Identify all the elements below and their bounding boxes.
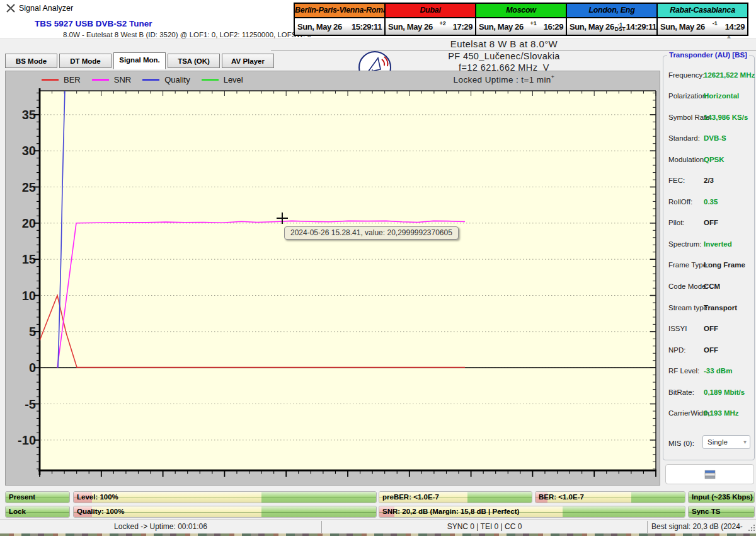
field-label: ISSYI (668, 322, 687, 335)
site-name: PF 450_Lučenec/Slovakia (353, 51, 655, 61)
field-label: Frame Type: (668, 259, 709, 271)
tab-signal-mon-[interactable]: Signal Mon. (113, 52, 166, 69)
y-tick-label: 30 (22, 144, 36, 158)
field-value: CCM (704, 280, 720, 293)
bar-label: Quality: 100% (77, 506, 124, 517)
bar-label: Input (~235 Kbps) (692, 492, 753, 503)
tab-tsa-ok-[interactable]: TSA (OK) (168, 54, 220, 68)
transponder-field-7: Pilot:OFF (663, 216, 755, 229)
transponder-field-3: Standard:DVB-S (663, 132, 755, 144)
transponder-list-button[interactable] (665, 464, 754, 484)
legend-swatch-ber (42, 79, 59, 81)
tab-dt-mode[interactable]: DT Mode (59, 54, 112, 68)
legend-label: BER (64, 75, 81, 84)
tuner-name: TBS 5927 USB DVB-S2 Tuner (35, 19, 152, 28)
world-clocks: Berlin-Paris-Vienna-RomaSun, May 2615:29… (294, 3, 748, 36)
clock-date: Sun, May 26 (388, 22, 433, 32)
indicator-present: Present (5, 491, 70, 503)
clock-city: Moscow (476, 4, 566, 18)
clock-0: Berlin-Paris-Vienna-RomaSun, May 2615:29… (294, 3, 386, 36)
transponder-field-15: BitRate:0,189 Mbit/s (663, 386, 755, 399)
field-label: RollOff: (668, 195, 692, 208)
field-value: OFF (704, 344, 718, 356)
bar-label: Present (9, 492, 35, 503)
transponder-field-13: NPD:OFF (663, 344, 755, 356)
field-label: Standard: (668, 132, 700, 144)
field-value: 143,986 KS/s (704, 111, 748, 124)
clock-time-row: Sun, May 26+116:29 (476, 18, 566, 35)
mis-dropdown[interactable]: Single▾ (702, 435, 750, 449)
legend-swatch-snr (92, 79, 109, 81)
field-value: 0,193 MHz (704, 407, 739, 419)
clock-time-row: Sun, May 2615:29:11 (295, 18, 384, 35)
transponder-field-0: Frequency:12621,522 MHz (663, 69, 755, 81)
field-value: Long Frame (704, 259, 745, 271)
tuner-details: 8.0W - Eutelsat 8 West B (ID: 3520) @ LO… (63, 31, 311, 38)
satellite-title: Eutelsat 8 W B at 8.0°W (353, 38, 655, 49)
tab-bs-mode[interactable]: BS Mode (5, 54, 57, 68)
legend-item-snr: SNR (92, 75, 131, 84)
bar-midline (74, 498, 376, 498)
app-antenna-icon (6, 3, 16, 13)
tab-av-player[interactable]: AV Player (222, 54, 274, 68)
transponder-panel-title: Transponder (AU) [BS] (667, 51, 749, 59)
clock-time: 14:29:11 (626, 22, 656, 32)
clock-1: DubaiSun, May 26+217:29 (384, 3, 476, 36)
indicator-snr: SNR: 20,2 dB (Margin: 15,8 dB | Perfect) (379, 506, 685, 518)
y-tick-label: 35 (22, 108, 36, 122)
field-label: Code Mode: (668, 280, 708, 293)
indicator-sync-ts: Sync TS (688, 506, 755, 518)
mode-tabs: BS ModeDT ModeSignal Mon.TSA (OK)AV Play… (5, 54, 274, 69)
clock-time: 17:29 (453, 22, 472, 32)
field-label: Polarization: (668, 90, 708, 102)
clock-date: Sun, May 26 (297, 22, 342, 32)
signal-analyzer-window: Signal Analyzer Bandwi ▲ TBS 5927 USB DV… (0, 0, 756, 536)
bar-label: Level: 100% (77, 492, 118, 503)
y-tick-label: 25 (22, 180, 36, 194)
bar-label: SNR: 20,2 dB (Margin: 15,8 dB | Perfect) (382, 506, 519, 517)
status-best-signal: Best signal: 20,3 dB (2024-05-26 15:28) (648, 520, 747, 534)
transponder-field-12: ISSYIOFF (663, 322, 755, 335)
transponder-field-5: FEC:2/3 (663, 174, 755, 187)
field-value: 0.35 (704, 195, 718, 208)
y-tick-label: -10 (18, 433, 36, 447)
signal-chart-panel: 35302520151050-5-10 BERSNRQualityLevel 2… (5, 71, 660, 486)
resize-grip[interactable] (748, 521, 755, 532)
clock-time-row: Sun, May 26-114:29 (658, 18, 747, 35)
clock-city: Dubai (386, 4, 475, 18)
transponder-field-mis: MIS (0):Single▾ (663, 437, 755, 450)
clock-time: 15:29:11 (352, 22, 382, 32)
clock-time-row: Sun, May 26-1DST14:29:11 (567, 18, 656, 35)
transponder-panel: Frequency:12621,522 MHzPolarization:Hori… (663, 55, 755, 460)
legend-label: SNR (114, 75, 131, 84)
field-label: Frequency: (668, 69, 705, 81)
chevron-down-icon: ▾ (743, 436, 747, 448)
transponder-field-14: RF Level:-33 dBm (663, 364, 755, 377)
signal-chart[interactable]: 35302520151050-5-10 (6, 71, 660, 485)
indicator-quality: Quality: 100% (73, 506, 377, 518)
chart-legend: BERSNRQualityLevel (6, 71, 243, 88)
bar-label: Sync TS (692, 506, 720, 517)
field-value: -33 dBm (704, 364, 732, 377)
field-label: NPD: (668, 344, 685, 356)
transponder-field-9: Frame Type:Long Frame (663, 259, 755, 271)
list-icon (704, 470, 716, 479)
desktop-sliver (0, 533, 756, 536)
field-label: FEC: (668, 174, 685, 187)
clock-time: 14:29 (725, 22, 745, 32)
field-value: Transport (704, 301, 737, 314)
field-label: Spectrum: (668, 238, 701, 250)
clock-city: London, Eng (567, 4, 656, 18)
field-label: Pilot: (668, 216, 685, 229)
y-tick-label: 20 (22, 216, 36, 230)
mis-value: Single (707, 438, 728, 446)
plot-area[interactable] (40, 91, 656, 470)
clock-3: London, EngSun, May 26-1DST14:29:11 (566, 3, 658, 36)
clock-date: Sun, May 26 (479, 22, 524, 32)
indicator-lock: Lock (5, 506, 70, 518)
field-value: DVB-S (704, 132, 726, 144)
transponder-field-1: Polarization:Horizontal (663, 90, 755, 102)
status-sync: SYNC 0 | TEI 0 | CC 0 (322, 520, 647, 534)
field-value: QPSK (704, 153, 724, 166)
clock-city: Rabat-Casablanca (658, 4, 747, 18)
